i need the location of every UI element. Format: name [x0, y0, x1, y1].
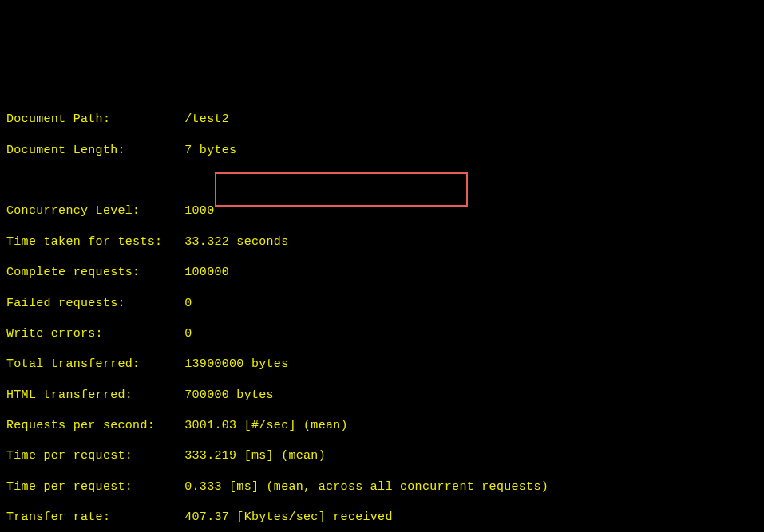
- value-complete: 100000: [184, 266, 229, 279]
- value-xfer-rate: 407.37 [Kbytes/sec] received: [184, 510, 392, 524]
- label-time-tests: Time taken for tests:: [6, 235, 162, 249]
- label-tpr2: Time per request:: [6, 480, 133, 494]
- label-conc: Concurrency Level:: [6, 204, 140, 218]
- label-failed: Failed requests:: [6, 297, 125, 310]
- value-rps: 3001.03 [#/sec] (mean): [184, 419, 348, 432]
- value-doc-len: 7 bytes: [184, 144, 236, 157]
- label-doc-len: Document Length:: [6, 144, 125, 157]
- label-tpr1: Time per request:: [6, 449, 133, 463]
- label-complete: Complete requests:: [6, 266, 140, 279]
- label-html-xfer: HTML transferred:: [6, 388, 133, 402]
- value-total-xfer: 13900000 bytes: [184, 357, 288, 371]
- terminal-output: Document Path: /test2 Document Length: 7…: [6, 97, 758, 532]
- value-doc-path: /test2: [184, 112, 229, 126]
- value-failed: 0: [184, 297, 192, 310]
- label-doc-path: Document Path:: [6, 112, 110, 126]
- label-write-err: Write errors:: [6, 327, 103, 341]
- value-tpr2: 0.333 [ms] (mean, across all concurrent …: [184, 480, 548, 494]
- value-html-xfer: 700000 bytes: [184, 388, 274, 402]
- value-conc: 1000: [184, 204, 214, 218]
- value-tpr1: 333.219 [ms] (mean): [184, 449, 326, 463]
- value-time-tests: 33.322 seconds: [184, 235, 288, 249]
- label-xfer-rate: Transfer rate:: [6, 510, 110, 524]
- label-rps: Requests per second:: [6, 419, 155, 432]
- value-write-err: 0: [184, 327, 192, 341]
- label-total-xfer: Total transferred:: [6, 357, 140, 371]
